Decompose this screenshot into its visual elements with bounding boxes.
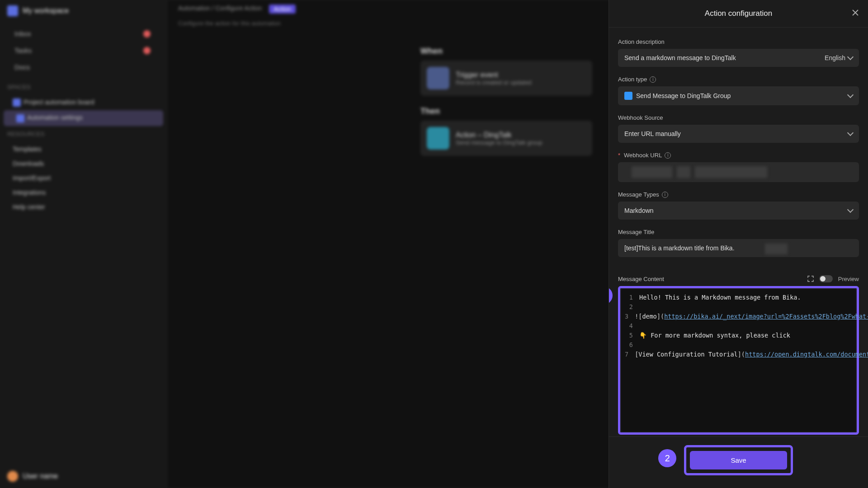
chevron-down-icon (847, 92, 854, 98)
chevron-down-icon (847, 54, 854, 60)
workspace-name: My workspace (23, 7, 69, 15)
res-item[interactable]: Downloads (0, 156, 167, 171)
avatar (7, 471, 18, 482)
desc-label: Action description (618, 38, 859, 45)
tree-item[interactable]: Project automation board (0, 95, 167, 110)
webhook-url-input[interactable] (618, 162, 859, 182)
action-pill: Action (269, 5, 296, 14)
tree-item-active[interactable]: Automation settings (4, 110, 163, 126)
description-field[interactable]: Send a markdown message to DingTalk Engl… (618, 49, 859, 67)
panel-body: Action description Send a markdown messa… (609, 28, 868, 436)
chevron-down-icon (847, 206, 854, 213)
doc-icon (13, 99, 21, 107)
action-icon (427, 127, 449, 150)
step-badge-1: 1 (609, 286, 613, 305)
dingtalk-icon (624, 92, 632, 100)
action-type-select[interactable]: Send Message to DingTalk Group (618, 86, 859, 105)
message-content-editor[interactable]: 1Hello! This is a Markdown message from … (621, 289, 856, 432)
breadcrumb: Automation / Configure Action (178, 5, 262, 14)
webhook-source-label: Webhook Source (618, 114, 859, 121)
info-icon[interactable]: i (650, 76, 656, 83)
badge-icon (143, 30, 151, 38)
workspace-icon (7, 5, 18, 16)
preview-toggle[interactable] (819, 275, 833, 282)
nav-docs[interactable]: Docs (7, 59, 160, 75)
redacted-chunk (765, 244, 788, 254)
trigger-card[interactable]: Trigger event Record is created or updat… (420, 61, 592, 96)
res-item[interactable]: Help center (0, 200, 167, 214)
webhook-source-select[interactable]: Enter URL manually (618, 125, 859, 143)
res-item[interactable]: Templates (0, 142, 167, 156)
workspace-switcher[interactable]: My workspace (0, 0, 167, 22)
panel-title: Action configuration (705, 9, 772, 18)
save-button[interactable]: Save (690, 451, 787, 469)
badge-icon (143, 47, 151, 54)
webhook-url-label: *Webhook URL i (618, 152, 859, 159)
preview-label: Preview (838, 276, 859, 282)
res-item[interactable]: Import/Export (0, 171, 167, 185)
section-resources: Resources (0, 126, 167, 142)
step-badge-2: 2 (658, 449, 676, 467)
close-button[interactable] (851, 8, 860, 17)
chevron-down-icon (847, 130, 854, 136)
action-config-panel: Action configuration Action description … (609, 0, 868, 488)
save-highlight: 2 Save (684, 445, 793, 475)
nav-inbox[interactable]: Inbox (7, 25, 160, 42)
info-icon[interactable]: i (662, 192, 668, 198)
message-content-highlight: 1 1Hello! This is a Markdown message fro… (618, 286, 859, 435)
doc-icon (16, 114, 24, 122)
message-title-input[interactable] (618, 239, 859, 257)
section-spaces: Spaces (0, 79, 167, 95)
sidebar: My workspace Inbox Tasks Docs Spaces Pro… (0, 0, 167, 488)
info-icon[interactable]: i (665, 152, 671, 159)
panel-footer: 2 Save (609, 436, 868, 488)
panel-header: Action configuration (609, 0, 868, 28)
res-item[interactable]: Integrations (0, 185, 167, 200)
msg-content-label: Message Content (618, 276, 664, 282)
action-card[interactable]: Action – DingTalk Send message to DingTa… (420, 121, 592, 156)
msg-types-label: Message Types i (618, 191, 859, 198)
nav-tasks[interactable]: Tasks (7, 42, 160, 59)
trigger-icon (427, 67, 449, 89)
user-name: User name (23, 472, 58, 480)
expand-icon[interactable] (807, 276, 814, 282)
lang-label: English (825, 54, 845, 61)
msg-title-label: Message Title (618, 229, 859, 235)
user-menu[interactable]: User name (0, 465, 167, 488)
type-label: Action type i (618, 76, 859, 83)
message-type-select[interactable]: Markdown (618, 202, 859, 220)
